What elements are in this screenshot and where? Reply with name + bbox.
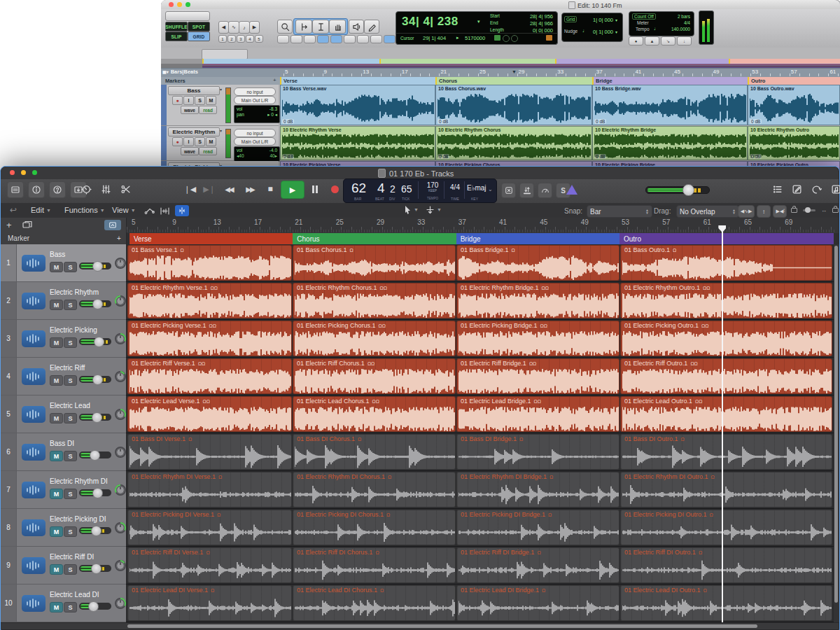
mute-button[interactable]: M — [50, 413, 63, 424]
play-button[interactable]: ▶ — [281, 181, 304, 199]
punch-replace-button[interactable] — [519, 183, 534, 198]
lock-icon[interactable] — [791, 208, 797, 213]
solo-button[interactable]: S — [64, 489, 77, 499]
mute-button[interactable]: M — [50, 262, 63, 272]
pan-knob[interactable] — [114, 295, 127, 307]
track-header-electric-rhythm[interactable]: 2Electric RhythmMS — [1, 282, 126, 320]
fader-knob[interactable] — [92, 374, 103, 385]
mute-button[interactable]: M — [50, 489, 63, 499]
track-header-bass-di[interactable]: 6Bass DIMS — [1, 433, 126, 471]
record-button[interactable] — [326, 181, 344, 197]
fader-knob[interactable] — [92, 261, 103, 272]
region-01-electric-picking-verse-1[interactable]: 01 Electric Picking Verse.1ΩΩ — [127, 321, 292, 356]
add-marker-button[interactable]: + — [117, 234, 121, 242]
volume-fader[interactable] — [79, 527, 111, 534]
lcd-key-value[interactable]: E♭maj — [467, 184, 486, 192]
pan-knob[interactable] — [114, 597, 127, 610]
mute-button[interactable]: M — [50, 602, 63, 612]
pan-knob[interactable] — [114, 332, 127, 345]
minimize-button[interactable] — [21, 170, 26, 175]
solo-button[interactable]: S — [64, 413, 77, 424]
mixer-button[interactable] — [98, 181, 113, 197]
region-01-electric-picking-di-chorus-1[interactable]: 01 Electric Picking DI Chorus.1Ω — [293, 510, 456, 545]
lcd-tick-value[interactable]: 65 — [401, 183, 412, 195]
edit-menu[interactable]: Edit▼ — [31, 206, 51, 214]
go-to-position-button[interactable]: ▶❘ — [201, 181, 218, 197]
vertical-zoom-slider[interactable] — [803, 209, 816, 211]
view-menu[interactable]: View▼ — [112, 206, 136, 214]
flex-button[interactable] — [160, 206, 170, 218]
go-to-beginning-button[interactable]: ❘◀ — [181, 181, 200, 197]
lcd-bar-value[interactable]: 62 — [351, 181, 366, 196]
mute-button[interactable]: M — [50, 300, 63, 310]
region-01-electric-rhythm-di-chorus-1[interactable]: 01 Electric Rhythm DI Chorus.1Ω — [293, 472, 456, 507]
region-01-electric-riff-bridge-1[interactable]: 01 Electric Riff Bridge.1ΩΩ — [456, 358, 620, 394]
editors-button[interactable] — [118, 181, 133, 197]
track-header-electric-riff[interactable]: 4Electric RiffMS — [1, 358, 126, 396]
region-01-electric-riff-outro-1[interactable]: 01 Electric Riff Outro.1ΩΩ — [620, 358, 832, 394]
region-01-bass-di-chorus-1[interactable]: 01 Bass DI Chorus.1Ω — [293, 434, 456, 470]
vertical-scrollbar-thumb[interactable] — [834, 246, 838, 603]
inspector-button[interactable] — [28, 181, 45, 198]
track-header-electric-lead-di[interactable]: 10Electric Lead DIMS — [1, 584, 126, 622]
pan-knob[interactable] — [114, 257, 127, 270]
volume-fader[interactable] — [79, 489, 111, 496]
volume-knob[interactable] — [682, 184, 694, 196]
pan-knob[interactable] — [114, 522, 127, 534]
region-01-electric-rhythm-di-bridge-1[interactable]: 01 Electric Rhythm DI Bridge.1Ω — [456, 472, 620, 507]
help-button[interactable] — [49, 181, 66, 198]
command-click-tool-menu[interactable]: ▼ — [426, 205, 442, 214]
tuner-button[interactable] — [538, 183, 552, 198]
region-01-bass-bridge-1[interactable]: 01 Bass Bridge.1Ω — [456, 245, 620, 281]
solo-button[interactable]: S — [64, 337, 77, 348]
horizontal-scrollbar[interactable] — [1, 622, 839, 629]
left-click-tool-menu[interactable]: ▼ — [404, 205, 419, 214]
note-pads-button[interactable] — [790, 181, 804, 197]
mute-button[interactable]: M — [50, 526, 63, 537]
lcd-time-value[interactable]: 4/4 — [447, 183, 463, 191]
region-01-electric-riff-di-outro-1[interactable]: 01 Electric Riff DI Outro.1Ω — [620, 547, 832, 583]
region-01-electric-lead-di-chorus-1[interactable]: 01 Electric Lead DI Chorus.1Ω — [293, 585, 456, 621]
region-01-electric-picking-outro-1[interactable]: 01 Electric Picking Outro.1ΩΩ — [620, 321, 832, 356]
lock-icon[interactable] — [832, 208, 839, 213]
section-marker-chorus[interactable]: Chorus — [293, 233, 456, 244]
section-marker-verse[interactable]: Verse — [130, 233, 293, 244]
lcd-key-dropdown-icon[interactable]: ⌄ — [488, 186, 493, 192]
fader-knob[interactable] — [91, 564, 102, 574]
volume-fader[interactable] — [79, 338, 111, 345]
volume-fader[interactable] — [79, 451, 111, 458]
volume-fader[interactable] — [79, 300, 111, 307]
region-01-bass-verse-1[interactable]: 01 Bass Verse.1Ω — [127, 245, 292, 281]
region-01-electric-picking-chorus-1[interactable]: 01 Electric Picking Chorus.1ΩΩ — [293, 321, 456, 356]
mute-button[interactable]: M — [50, 451, 63, 461]
region-01-bass-chorus-1[interactable]: 01 Bass Chorus.1Ω — [293, 245, 456, 281]
region-01-electric-riff-di-bridge-1[interactable]: 01 Electric Riff DI Bridge.1Ω — [456, 547, 620, 583]
loop-browser-button[interactable] — [809, 181, 824, 197]
waveform-vzoom-button[interactable]: ↕ — [757, 205, 771, 218]
duplicate-track-button[interactable] — [22, 220, 33, 232]
solo-button[interactable]: S — [64, 564, 77, 575]
zoom-button[interactable] — [32, 170, 37, 175]
pan-knob[interactable] — [114, 484, 127, 496]
region-01-electric-lead-outro-1[interactable]: 01 Electric Lead Outro.1ΩΩ — [620, 396, 832, 432]
region-01-electric-riff-di-verse-1[interactable]: 01 Electric Riff DI Verse.1Ω — [127, 547, 292, 583]
mute-button[interactable]: M — [50, 375, 63, 386]
catch-playhead-button[interactable] — [175, 205, 189, 216]
rewind-button[interactable]: ◀◀ — [219, 181, 239, 197]
master-volume-slider[interactable] — [645, 186, 710, 194]
region-01-electric-lead-chorus-1[interactable]: 01 Electric Lead Chorus.1ΩΩ — [293, 396, 456, 432]
pan-knob[interactable] — [114, 370, 127, 383]
region-01-electric-riff-di-chorus-1[interactable]: 01 Electric Riff DI Chorus.1Ω — [293, 547, 456, 583]
fader-knob[interactable] — [94, 337, 104, 347]
volume-fader[interactable] — [79, 376, 111, 383]
volume-fader[interactable] — [79, 565, 111, 572]
volume-fader[interactable] — [79, 414, 111, 421]
lcd-tempo-value[interactable]: 170 — [424, 181, 442, 189]
region-01-electric-picking-bridge-1[interactable]: 01 Electric Picking Bridge.1ΩΩ — [456, 321, 620, 356]
region-01-electric-rhythm-chorus-1[interactable]: 01 Electric Rhythm Chorus.1ΩΩ — [293, 283, 456, 318]
media-browser-button[interactable] — [829, 181, 840, 197]
pan-knob[interactable] — [114, 408, 127, 421]
fader-knob[interactable] — [92, 412, 102, 423]
volume-fader[interactable] — [79, 603, 111, 610]
region-01-electric-lead-di-bridge-1[interactable]: 01 Electric Lead DI Bridge.1Ω — [456, 585, 620, 621]
